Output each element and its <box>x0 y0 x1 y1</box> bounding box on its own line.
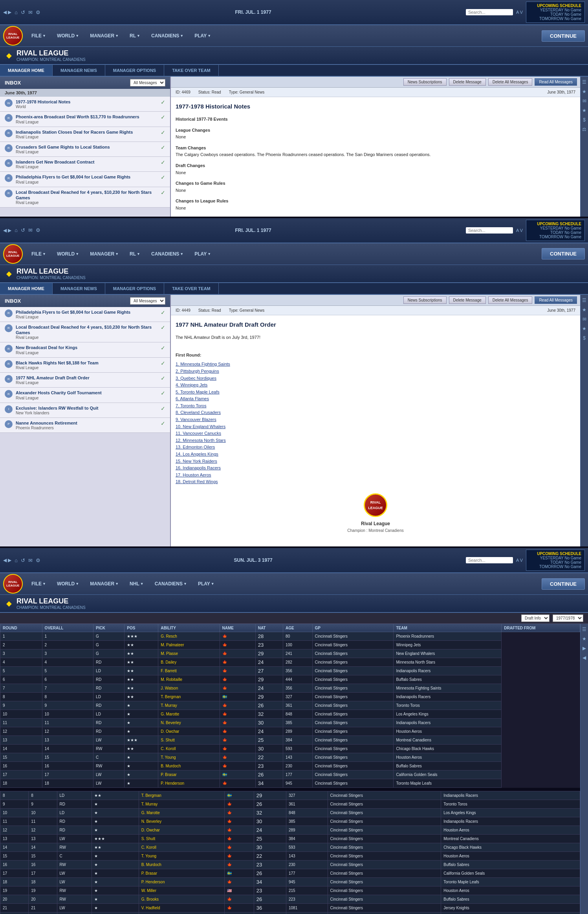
table-row[interactable]: 1717LW★P. Brasar🇸🇪26177Cincinnati Stinge… <box>0 771 580 779</box>
envelope-icon-2[interactable]: ✉ <box>28 227 33 233</box>
continue-button-1[interactable]: CONTINUE <box>542 30 585 42</box>
menu-world-2[interactable]: WORLD ▼ <box>55 250 81 258</box>
home-icon[interactable]: ⌂ <box>15 9 18 15</box>
draft-pick-14[interactable]: 14. Los Angeles Kings <box>176 452 218 456</box>
table-row[interactable]: 77RD★★J. Watson🍁24356Cincinnati Stingers… <box>0 684 580 693</box>
delete-all-messages-button[interactable]: Delete All Messages <box>488 78 533 86</box>
sidebar-icon-2-5[interactable]: $ <box>582 334 587 342</box>
tab-manager-options-2[interactable]: MANAGER OPTIONS <box>105 283 164 294</box>
table-row[interactable]: 33G★★M. Plasse🍁29241Cincinnati StingersN… <box>0 649 580 658</box>
inbox-filter-1[interactable]: All Messages <box>130 79 165 86</box>
menu-rl-2[interactable]: RL ▼ <box>127 250 143 258</box>
menu-world-3[interactable]: WORLD ▼ <box>55 579 81 588</box>
draft-pick-16[interactable]: 16. Indianapolis Racers <box>176 465 221 470</box>
envelope-icon-3[interactable]: ✉ <box>28 557 33 563</box>
menu-nhl-3[interactable]: NHL ▼ <box>127 579 146 588</box>
settings-icon-2[interactable]: ⚙ <box>36 227 40 233</box>
nav-arrows-1[interactable]: ◀ ▶ <box>3 9 11 15</box>
list-item[interactable]: R Crusaders Sell Game Rights to Local St… <box>0 142 170 157</box>
table-row[interactable]: 1111RD★N. Beverley🍁30385Cincinnati Sting… <box>0 817 580 826</box>
table-row[interactable]: 1616RW★B. Murdoch🍁23230Cincinnati Stinge… <box>0 861 580 869</box>
sidebar-icon-2-2[interactable]: ★ <box>581 306 588 314</box>
table-row[interactable]: 2222C★G. Meehan🍁30567Cincinnati Stingers… <box>0 912 580 914</box>
list-item[interactable]: R Local Broadcast Deal Reached for 4 yea… <box>0 322 170 343</box>
sidebar-icon-6[interactable]: ⚖ <box>581 125 588 133</box>
tab-take-over-team-2[interactable]: TAKE OVER TEAM <box>164 283 219 294</box>
draft-season-select[interactable]: 1977/1978 <box>553 614 583 622</box>
list-item[interactable]: I Exclusive: Islanders RW Westfall to Qu… <box>0 403 170 418</box>
table-row[interactable]: 1212RD★D. Owchar🍁24289Cincinnati Stinger… <box>0 826 580 835</box>
list-item[interactable]: R Alexander Hosts Charity Golf Tournamen… <box>0 388 170 403</box>
sidebar-icon-2-4[interactable]: ★ <box>581 325 588 333</box>
sidebar-icon-3[interactable]: ✉ <box>581 97 588 105</box>
list-item[interactable]: R Indianapolis Station Closes Deal for R… <box>0 127 170 142</box>
table-row[interactable]: 1313LW★★★S. Shutt🍁25384Cincinnati Stinge… <box>0 835 580 843</box>
sidebar-icon-5[interactable]: $ <box>582 116 587 124</box>
nav-arrows-2[interactable]: ◀ ▶ <box>3 228 11 233</box>
list-item[interactable]: W 1977-1978 Historical Notes World ✓ <box>0 97 170 112</box>
search-input-2[interactable] <box>466 227 513 234</box>
delete-message-button-2[interactable]: Delete Message <box>449 296 486 304</box>
menu-manager-3[interactable]: MANAGER ▼ <box>88 579 121 588</box>
sidebar-icon-2-3[interactable]: ✉ <box>581 315 588 323</box>
search-input-1[interactable] <box>466 9 513 15</box>
tab-manager-home-2[interactable]: MANAGER HOME <box>0 283 53 294</box>
list-item[interactable]: R 1977 NHL Amateur Draft Draft Order Riv… <box>0 373 170 388</box>
table-row[interactable]: 1919RW★W. Miller🇺🇸23215Cincinnati Stinge… <box>0 886 580 895</box>
draft-pick-1[interactable]: 1. Minnesota Fighting Saints <box>176 362 230 366</box>
table-row[interactable]: 22G★★M. Palmateer🍁23100Cincinnati Stinge… <box>0 641 580 649</box>
table-row[interactable]: 88LD★★T. Bergman🇸🇪29327Cincinnati Stinge… <box>0 693 580 701</box>
table-row[interactable]: 1212RD★D. Owchar🍁24289Cincinnati Stinger… <box>0 727 580 736</box>
table-row[interactable]: 2121LW★V. Hadfield🍁361081Cincinnati Stin… <box>0 904 580 912</box>
table-row[interactable]: 1111RD★N. Beverley🍁30385Cincinnati Sting… <box>0 719 580 727</box>
draft-pick-5[interactable]: 5. Toronto Maple Leafs <box>176 390 220 394</box>
menu-file-2[interactable]: FILE ▼ <box>29 250 48 258</box>
draft-pick-2[interactable]: 2. Pittsburgh Penguins <box>176 369 219 373</box>
table-row[interactable]: 1010LD★G. Marotte🍁32848Cincinnati Stinge… <box>0 710 580 719</box>
table-row[interactable]: 1818LW★P. Henderson🍁34945Cincinnati Stin… <box>0 779 580 788</box>
news-subscriptions-button-2[interactable]: News Subscriptions <box>403 296 447 304</box>
draft-pick-12[interactable]: 12. Minnesota North Stars <box>176 438 226 443</box>
table-row[interactable]: 1818LW★P. Henderson🍁34945Cincinnati Stin… <box>0 878 580 886</box>
delete-all-messages-button-2[interactable]: Delete All Messages <box>488 296 533 304</box>
draft-pick-7[interactable]: 7. Toronto Toros <box>176 403 206 408</box>
list-item[interactable]: R New Broadcast Deal for Kings Rival Lea… <box>0 342 170 357</box>
list-item[interactable]: R Local Broadcast Deal Reached for 4 yea… <box>0 187 170 208</box>
sidebar-icon-1[interactable]: ☰ <box>581 78 588 86</box>
table-row[interactable]: 44RD★★B. Dailey🍁24282Cincinnati Stingers… <box>0 658 580 667</box>
list-item[interactable]: R Phoenix-area Broadcast Deal Worth $13,… <box>0 112 170 127</box>
menu-manager-2[interactable]: MANAGER ▼ <box>88 250 121 258</box>
draft-pick-13[interactable]: 13. Edmonton Oilers <box>176 445 215 449</box>
sidebar-icon-3-3[interactable]: ▶ <box>581 644 587 652</box>
continue-button-2[interactable]: CONTINUE <box>542 248 585 259</box>
draft-pick-4[interactable]: 4. Winnipeg Jets <box>176 383 207 387</box>
sidebar-icon-3-4[interactable]: ◀ <box>581 654 587 662</box>
draft-pick-15[interactable]: 15. New York Raiders <box>176 459 217 463</box>
draft-pick-17[interactable]: 17. Houston Aeros <box>176 473 211 477</box>
table-row[interactable]: 1515C★T. Young🍁22143Cincinnati StingersH… <box>0 852 580 861</box>
table-row[interactable]: 2020RW★G. Brooks🍁26223Cincinnati Stinger… <box>0 895 580 904</box>
menu-file-1[interactable]: FILE ▼ <box>29 31 48 40</box>
table-row[interactable]: 1313LW★★★S. Shutt🍁25384Cincinnati Stinge… <box>0 736 580 745</box>
sidebar-icon-2[interactable]: ★ <box>581 88 588 96</box>
back-icon-2[interactable]: ↺ <box>21 227 25 233</box>
continue-button-3[interactable]: CONTINUE <box>542 578 585 590</box>
draft-pick-9[interactable]: 9. Vancouver Blazers <box>176 417 216 422</box>
menu-rl-1[interactable]: RL ▼ <box>127 31 143 40</box>
delete-message-button[interactable]: Delete Message <box>449 78 486 86</box>
table-row[interactable]: 1414RW★★C. Koroll🍁30593Cincinnati Stinge… <box>0 843 580 852</box>
menu-play-1[interactable]: PLAY ▼ <box>192 31 213 40</box>
table-row[interactable]: 99RD★T. Murray🍁26361Cincinnati StingersT… <box>0 701 580 710</box>
table-row[interactable]: 1515C★T. Young🍁22143Cincinnati StingersH… <box>0 753 580 762</box>
nav-arrows-3[interactable]: ◀ ▶ <box>3 557 11 563</box>
menu-world-1[interactable]: WORLD ▼ <box>55 31 81 40</box>
draft-pick-18[interactable]: 18. Detroit Red Wings <box>176 479 218 484</box>
search-input-3[interactable] <box>466 557 513 563</box>
table-row[interactable]: 1616RW★B. Murdoch🍁23230Cincinnati Stinge… <box>0 762 580 771</box>
menu-play-2[interactable]: PLAY ▼ <box>192 250 213 258</box>
draft-pick-3[interactable]: 3. Quebec Nordiques <box>176 376 216 381</box>
menu-canadiens-1[interactable]: CANADIENS ▼ <box>149 31 186 40</box>
draft-pick-10[interactable]: 10. New England Whalers <box>176 424 225 429</box>
settings-icon-3[interactable]: ⚙ <box>36 557 40 563</box>
menu-canadiens-2[interactable]: CANADIENS ▼ <box>149 250 186 258</box>
